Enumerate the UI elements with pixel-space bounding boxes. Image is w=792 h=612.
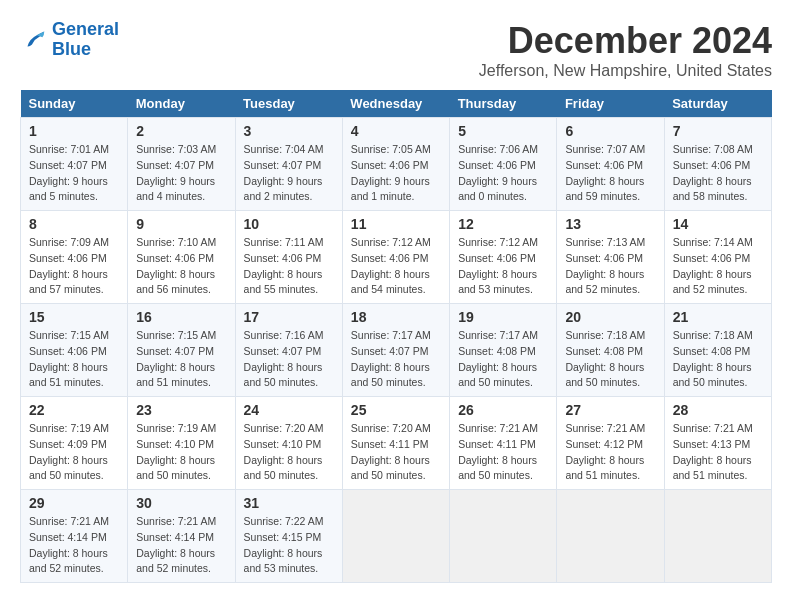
col-header-tuesday: Tuesday xyxy=(235,90,342,118)
calendar-cell: 31Sunrise: 7:22 AM Sunset: 4:15 PM Dayli… xyxy=(235,490,342,583)
day-info: Sunrise: 7:15 AM Sunset: 4:07 PM Dayligh… xyxy=(136,328,226,391)
day-info: Sunrise: 7:21 AM Sunset: 4:14 PM Dayligh… xyxy=(136,514,226,577)
calendar-cell: 5Sunrise: 7:06 AM Sunset: 4:06 PM Daylig… xyxy=(450,118,557,211)
calendar-week-row: 15Sunrise: 7:15 AM Sunset: 4:06 PM Dayli… xyxy=(21,304,772,397)
day-info: Sunrise: 7:22 AM Sunset: 4:15 PM Dayligh… xyxy=(244,514,334,577)
title-block: December 2024 Jefferson, New Hampshire, … xyxy=(479,20,772,80)
day-info: Sunrise: 7:12 AM Sunset: 4:06 PM Dayligh… xyxy=(351,235,441,298)
day-info: Sunrise: 7:07 AM Sunset: 4:06 PM Dayligh… xyxy=(565,142,655,205)
col-header-saturday: Saturday xyxy=(664,90,771,118)
calendar-cell: 2Sunrise: 7:03 AM Sunset: 4:07 PM Daylig… xyxy=(128,118,235,211)
calendar-cell: 18Sunrise: 7:17 AM Sunset: 4:07 PM Dayli… xyxy=(342,304,449,397)
calendar-cell xyxy=(664,490,771,583)
day-number: 19 xyxy=(458,309,548,325)
day-info: Sunrise: 7:21 AM Sunset: 4:14 PM Dayligh… xyxy=(29,514,119,577)
calendar-week-row: 29Sunrise: 7:21 AM Sunset: 4:14 PM Dayli… xyxy=(21,490,772,583)
day-number: 29 xyxy=(29,495,119,511)
calendar-cell: 9Sunrise: 7:10 AM Sunset: 4:06 PM Daylig… xyxy=(128,211,235,304)
calendar-cell: 21Sunrise: 7:18 AM Sunset: 4:08 PM Dayli… xyxy=(664,304,771,397)
calendar-cell: 8Sunrise: 7:09 AM Sunset: 4:06 PM Daylig… xyxy=(21,211,128,304)
day-info: Sunrise: 7:21 AM Sunset: 4:11 PM Dayligh… xyxy=(458,421,548,484)
day-info: Sunrise: 7:11 AM Sunset: 4:06 PM Dayligh… xyxy=(244,235,334,298)
calendar-cell: 25Sunrise: 7:20 AM Sunset: 4:11 PM Dayli… xyxy=(342,397,449,490)
calendar-cell: 17Sunrise: 7:16 AM Sunset: 4:07 PM Dayli… xyxy=(235,304,342,397)
calendar-cell: 11Sunrise: 7:12 AM Sunset: 4:06 PM Dayli… xyxy=(342,211,449,304)
day-number: 1 xyxy=(29,123,119,139)
day-number: 21 xyxy=(673,309,763,325)
day-number: 3 xyxy=(244,123,334,139)
day-number: 4 xyxy=(351,123,441,139)
calendar-cell: 28Sunrise: 7:21 AM Sunset: 4:13 PM Dayli… xyxy=(664,397,771,490)
calendar-week-row: 1Sunrise: 7:01 AM Sunset: 4:07 PM Daylig… xyxy=(21,118,772,211)
col-header-monday: Monday xyxy=(128,90,235,118)
day-info: Sunrise: 7:13 AM Sunset: 4:06 PM Dayligh… xyxy=(565,235,655,298)
col-header-thursday: Thursday xyxy=(450,90,557,118)
day-number: 23 xyxy=(136,402,226,418)
calendar-cell: 22Sunrise: 7:19 AM Sunset: 4:09 PM Dayli… xyxy=(21,397,128,490)
calendar-cell: 23Sunrise: 7:19 AM Sunset: 4:10 PM Dayli… xyxy=(128,397,235,490)
day-number: 28 xyxy=(673,402,763,418)
day-number: 9 xyxy=(136,216,226,232)
calendar-cell: 15Sunrise: 7:15 AM Sunset: 4:06 PM Dayli… xyxy=(21,304,128,397)
day-number: 16 xyxy=(136,309,226,325)
logo-icon xyxy=(20,26,48,54)
calendar-cell: 26Sunrise: 7:21 AM Sunset: 4:11 PM Dayli… xyxy=(450,397,557,490)
day-info: Sunrise: 7:15 AM Sunset: 4:06 PM Dayligh… xyxy=(29,328,119,391)
day-number: 5 xyxy=(458,123,548,139)
calendar-cell: 20Sunrise: 7:18 AM Sunset: 4:08 PM Dayli… xyxy=(557,304,664,397)
calendar-cell: 24Sunrise: 7:20 AM Sunset: 4:10 PM Dayli… xyxy=(235,397,342,490)
calendar-cell: 12Sunrise: 7:12 AM Sunset: 4:06 PM Dayli… xyxy=(450,211,557,304)
day-info: Sunrise: 7:12 AM Sunset: 4:06 PM Dayligh… xyxy=(458,235,548,298)
calendar-cell: 16Sunrise: 7:15 AM Sunset: 4:07 PM Dayli… xyxy=(128,304,235,397)
calendar-cell xyxy=(342,490,449,583)
day-info: Sunrise: 7:03 AM Sunset: 4:07 PM Dayligh… xyxy=(136,142,226,205)
day-info: Sunrise: 7:01 AM Sunset: 4:07 PM Dayligh… xyxy=(29,142,119,205)
day-number: 31 xyxy=(244,495,334,511)
day-info: Sunrise: 7:08 AM Sunset: 4:06 PM Dayligh… xyxy=(673,142,763,205)
calendar-cell: 10Sunrise: 7:11 AM Sunset: 4:06 PM Dayli… xyxy=(235,211,342,304)
day-number: 17 xyxy=(244,309,334,325)
day-info: Sunrise: 7:21 AM Sunset: 4:12 PM Dayligh… xyxy=(565,421,655,484)
day-number: 24 xyxy=(244,402,334,418)
calendar-cell: 19Sunrise: 7:17 AM Sunset: 4:08 PM Dayli… xyxy=(450,304,557,397)
day-info: Sunrise: 7:17 AM Sunset: 4:08 PM Dayligh… xyxy=(458,328,548,391)
day-info: Sunrise: 7:17 AM Sunset: 4:07 PM Dayligh… xyxy=(351,328,441,391)
day-info: Sunrise: 7:20 AM Sunset: 4:10 PM Dayligh… xyxy=(244,421,334,484)
calendar-table: SundayMondayTuesdayWednesdayThursdayFrid… xyxy=(20,90,772,583)
calendar-week-row: 22Sunrise: 7:19 AM Sunset: 4:09 PM Dayli… xyxy=(21,397,772,490)
day-number: 12 xyxy=(458,216,548,232)
day-number: 10 xyxy=(244,216,334,232)
day-number: 25 xyxy=(351,402,441,418)
calendar-cell: 14Sunrise: 7:14 AM Sunset: 4:06 PM Dayli… xyxy=(664,211,771,304)
logo: General Blue xyxy=(20,20,119,60)
header: General Blue December 2024 Jefferson, Ne… xyxy=(20,20,772,80)
calendar-cell: 7Sunrise: 7:08 AM Sunset: 4:06 PM Daylig… xyxy=(664,118,771,211)
calendar-header-row: SundayMondayTuesdayWednesdayThursdayFrid… xyxy=(21,90,772,118)
calendar-cell xyxy=(450,490,557,583)
col-header-sunday: Sunday xyxy=(21,90,128,118)
day-number: 14 xyxy=(673,216,763,232)
location-title: Jefferson, New Hampshire, United States xyxy=(479,62,772,80)
calendar-cell: 13Sunrise: 7:13 AM Sunset: 4:06 PM Dayli… xyxy=(557,211,664,304)
day-number: 18 xyxy=(351,309,441,325)
calendar-cell: 1Sunrise: 7:01 AM Sunset: 4:07 PM Daylig… xyxy=(21,118,128,211)
col-header-wednesday: Wednesday xyxy=(342,90,449,118)
calendar-cell: 4Sunrise: 7:05 AM Sunset: 4:06 PM Daylig… xyxy=(342,118,449,211)
day-info: Sunrise: 7:10 AM Sunset: 4:06 PM Dayligh… xyxy=(136,235,226,298)
calendar-cell: 27Sunrise: 7:21 AM Sunset: 4:12 PM Dayli… xyxy=(557,397,664,490)
day-info: Sunrise: 7:05 AM Sunset: 4:06 PM Dayligh… xyxy=(351,142,441,205)
day-info: Sunrise: 7:19 AM Sunset: 4:09 PM Dayligh… xyxy=(29,421,119,484)
day-number: 20 xyxy=(565,309,655,325)
calendar-cell xyxy=(557,490,664,583)
day-info: Sunrise: 7:14 AM Sunset: 4:06 PM Dayligh… xyxy=(673,235,763,298)
month-title: December 2024 xyxy=(479,20,772,62)
day-info: Sunrise: 7:18 AM Sunset: 4:08 PM Dayligh… xyxy=(565,328,655,391)
day-number: 8 xyxy=(29,216,119,232)
calendar-cell: 29Sunrise: 7:21 AM Sunset: 4:14 PM Dayli… xyxy=(21,490,128,583)
logo-text: General Blue xyxy=(52,20,119,60)
day-info: Sunrise: 7:21 AM Sunset: 4:13 PM Dayligh… xyxy=(673,421,763,484)
day-info: Sunrise: 7:18 AM Sunset: 4:08 PM Dayligh… xyxy=(673,328,763,391)
calendar-cell: 30Sunrise: 7:21 AM Sunset: 4:14 PM Dayli… xyxy=(128,490,235,583)
day-number: 26 xyxy=(458,402,548,418)
day-number: 22 xyxy=(29,402,119,418)
